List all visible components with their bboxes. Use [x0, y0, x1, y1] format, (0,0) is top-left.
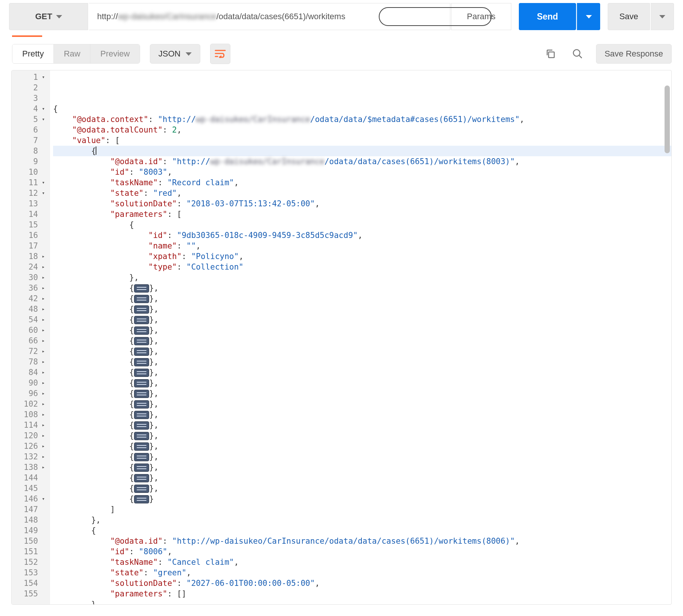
active-tab-underline [12, 35, 42, 37]
url-input[interactable]: http://wp-daisukeo/CarInsurance/odata/da… [89, 3, 450, 30]
http-method-dropdown[interactable]: GET [9, 3, 88, 30]
response-body-editor[interactable]: 1▾234▾5▾67891011▾12▾131415161718▸24▸30▸3… [11, 70, 672, 605]
wrap-lines-button[interactable] [210, 44, 230, 64]
chevron-down-icon [659, 15, 665, 18]
tab-raw[interactable]: Raw [54, 44, 90, 63]
wrap-icon [215, 49, 226, 59]
save-dropdown[interactable] [651, 3, 674, 30]
http-method-label: GET [35, 12, 52, 21]
tab-pretty[interactable]: Pretty [12, 44, 54, 63]
chevron-down-icon [186, 52, 192, 56]
response-view-tabs: Pretty Raw Preview [12, 44, 140, 64]
request-bar: GET http://wp-daisukeo/CarInsurance/odat… [9, 3, 674, 30]
svg-rect-0 [549, 52, 554, 58]
send-button[interactable]: Send [519, 3, 576, 30]
chevron-down-icon [56, 15, 62, 18]
params-button[interactable]: Params [451, 3, 511, 30]
save-response-button[interactable]: Save Response [596, 44, 672, 64]
chevron-down-icon [586, 15, 592, 18]
tab-preview[interactable]: Preview [90, 44, 139, 63]
response-toolbar: Pretty Raw Preview JSON Save Response [5, 41, 678, 68]
scrollbar-thumb[interactable] [665, 85, 670, 153]
copy-response-button[interactable] [542, 45, 559, 63]
search-response-button[interactable] [569, 45, 586, 63]
save-button[interactable]: Save [608, 3, 650, 30]
code-area[interactable]: { "@odata.context": "http://wp-daisukeo/… [50, 70, 671, 604]
line-number-gutter[interactable]: 1▾234▾5▾67891011▾12▾131415161718▸24▸30▸3… [12, 70, 50, 604]
send-dropdown[interactable] [577, 3, 600, 30]
format-dropdown[interactable]: JSON [150, 44, 201, 64]
svg-point-1 [573, 50, 580, 56]
